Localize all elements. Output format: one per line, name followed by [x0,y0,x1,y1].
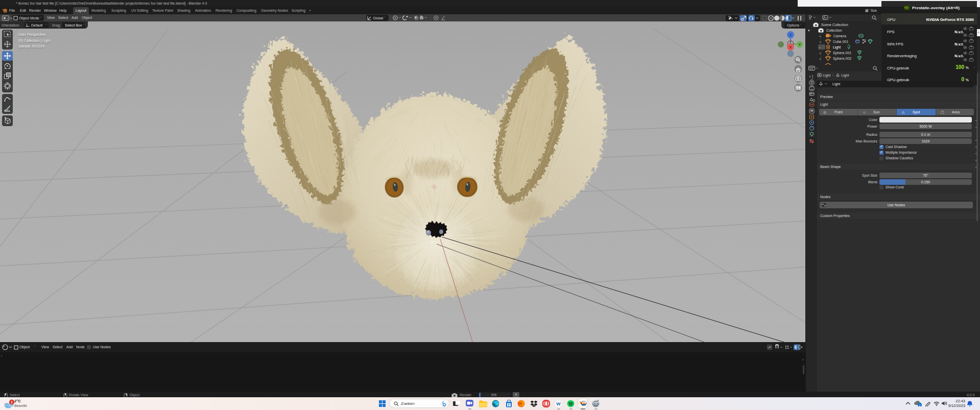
svg-text:W: W [556,401,561,406]
svg-text:1: 1 [11,400,13,404]
svg-text:Y: Y [798,42,801,47]
svg-text:X: X [789,45,792,50]
svg-text:Z: Z [790,33,792,37]
